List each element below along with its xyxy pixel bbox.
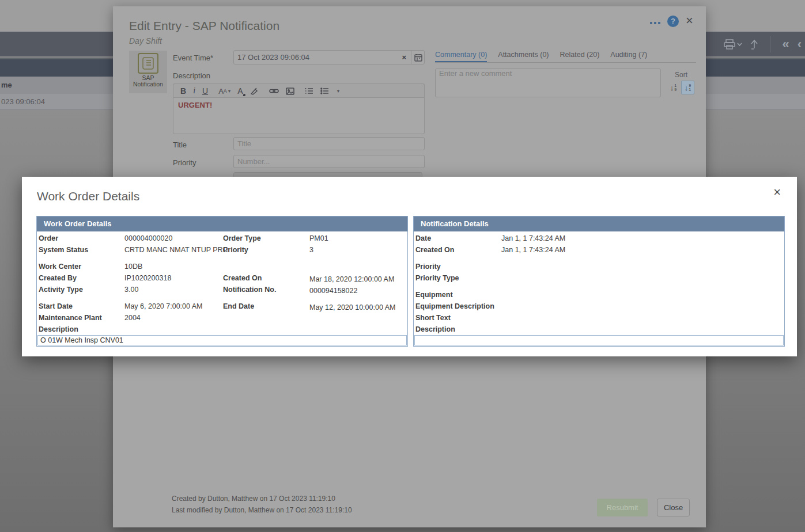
collapse-left-button[interactable]: « (782, 38, 789, 51)
field-label: Created By (39, 274, 77, 282)
list-options-chevron-icon[interactable]: ▾ (334, 84, 343, 98)
field-row: Description (39, 325, 406, 336)
image-icon[interactable] (282, 84, 298, 98)
time-column-header[interactable]: me (1, 81, 12, 89)
font-size-button[interactable]: AA▾ (215, 84, 234, 98)
tab-related[interactable]: Related (20) (560, 51, 600, 62)
field-value: IP1020200318 (124, 274, 171, 282)
field-row: Priority Type (415, 274, 783, 284)
field-label: End Date (223, 302, 254, 310)
field-row: Activity Type 3.00 Notification No. 0000… (39, 286, 406, 296)
toolbar-divider (770, 36, 770, 52)
export-button[interactable] (750, 39, 758, 50)
field-label: Maintenance Plant (39, 314, 102, 322)
dialog-subtitle: Day Shift (129, 36, 162, 45)
sort-ascending-icon: ↓ (670, 83, 674, 92)
description-content: URGENT! (178, 101, 212, 109)
event-time-input[interactable] (233, 50, 425, 64)
tab-commentary[interactable]: Commentary (0) (435, 51, 487, 62)
clear-icon[interactable]: × (402, 53, 406, 62)
tab-attachments[interactable]: Attachments (0) (498, 51, 549, 62)
field-value: 000004000020 (124, 234, 172, 242)
field-row: Work Center 10DB (39, 263, 406, 273)
sap-notification-icon (138, 53, 158, 74)
entry-type-label: SAP Notification (129, 75, 167, 88)
modal-close-icon[interactable]: × (773, 185, 781, 200)
field-label: Notification No. (223, 286, 276, 294)
work-order-panel: Work Order Details Order 000004000020 Or… (36, 216, 408, 347)
tab-bar: Commentary (0) Attachments (0) Related (… (435, 51, 696, 63)
notification-description-box (414, 335, 784, 345)
field-label: Priority (223, 246, 248, 254)
field-row: Description (415, 325, 783, 336)
field-value: May 6, 2020 7:00:00 AM (124, 302, 203, 310)
created-by-text: Created by Dutton, Matthew on 17 Oct 202… (172, 495, 335, 503)
dialog-title: Edit Entry - SAP Notification (129, 19, 279, 33)
sort-label: Sort (668, 71, 694, 79)
tab-auditing[interactable]: Auditing (7) (610, 51, 647, 62)
entry-type-tile-sap-notification[interactable]: SAP Notification (129, 51, 167, 93)
field-value: 3.00 (124, 286, 138, 294)
field-row: Order 000004000020 Order Type PM01 (39, 234, 406, 245)
field-label: Created On (415, 246, 454, 254)
link-icon[interactable] (266, 84, 282, 98)
field-value: 3 (309, 246, 313, 254)
printer-icon (724, 39, 735, 50)
field-value: Jan 1, 1 7:43:24 AM (501, 234, 565, 242)
event-time-field: × (233, 50, 425, 64)
title-input[interactable] (233, 137, 425, 150)
new-comment-input[interactable] (435, 69, 661, 97)
field-row: Date Jan 1, 1 7:43:24 AM (415, 234, 783, 245)
italic-button[interactable]: i (190, 84, 199, 98)
more-options-button[interactable] (650, 19, 663, 27)
font-color-button[interactable]: A (234, 84, 246, 98)
previous-button[interactable]: ‹ (798, 38, 802, 51)
field-row: Equipment (415, 291, 783, 301)
field-label: Order (39, 234, 58, 242)
field-value: 000094158022 (309, 287, 357, 295)
ordered-list-icon[interactable] (301, 84, 317, 98)
richtext-toolbar: B i U AA▾ A ▾ (173, 83, 425, 98)
underline-button[interactable]: U (199, 84, 211, 98)
field-label: Work Center (39, 263, 81, 271)
sort-descending-button[interactable]: ↓ 91 (681, 81, 694, 94)
event-time-label: Event Time* (173, 54, 213, 62)
field-value: PM01 (309, 234, 328, 242)
highlighter-icon[interactable] (247, 84, 262, 98)
description-editor[interactable]: URGENT! (173, 97, 425, 134)
print-button[interactable] (724, 39, 742, 50)
help-icon[interactable]: ? (667, 16, 679, 27)
field-row: Priority (415, 263, 783, 273)
field-label: Short Text (415, 314, 451, 322)
export-up-arrow-icon (750, 39, 758, 50)
field-label: Order Type (223, 234, 261, 242)
notification-panel-header: Notification Details (414, 216, 784, 231)
field-value: May 12, 2020 10:00:00 AM (309, 303, 395, 311)
sort-buttons: ↓ 19 ↓ 91 (667, 81, 694, 94)
bullet-list-icon[interactable] (317, 84, 332, 98)
field-value: 2004 (124, 314, 141, 322)
modal-title: Work Order Details (37, 189, 139, 203)
last-modified-text: Last modified by Dutton, Matthew on 17 O… (172, 506, 352, 514)
field-value: Mar 18, 2020 12:00:00 AM (309, 275, 394, 283)
work-order-details-modal: Work Order Details × Work Order Details … (22, 177, 797, 356)
field-row: Start Date May 6, 2020 7:00:00 AM End Da… (39, 302, 406, 313)
field-label: Date (415, 234, 431, 242)
resubmit-button[interactable]: Resubmit (597, 499, 648, 516)
field-row: Created On Jan 1, 1 7:43:24 AM (415, 246, 783, 256)
sort-ascending-button[interactable]: ↓ 19 (667, 81, 680, 94)
field-value: Jan 1, 1 7:43:24 AM (501, 246, 565, 254)
field-value: CRTD MANC NMAT NTUP PRC (124, 246, 228, 254)
field-label: Priority Type (415, 274, 459, 282)
title-label: Title (173, 140, 187, 149)
priority-label: Priority (173, 158, 196, 167)
bold-button[interactable]: B (177, 84, 190, 98)
calendar-icon[interactable] (411, 50, 425, 64)
field-value: 10DB (124, 263, 142, 271)
work-order-panel-header: Work Order Details (37, 216, 407, 231)
close-button[interactable]: Close (657, 499, 690, 516)
field-label: Description (415, 325, 455, 333)
description-label: Description (173, 71, 210, 80)
dialog-close-icon[interactable]: × (686, 13, 693, 28)
priority-input[interactable] (233, 155, 425, 168)
